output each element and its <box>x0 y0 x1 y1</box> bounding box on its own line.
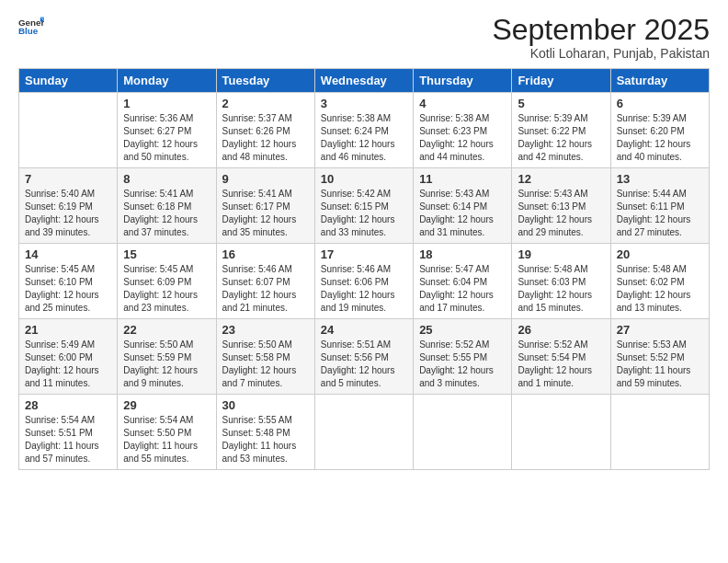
day-cell: 23Sunrise: 5:50 AM Sunset: 5:58 PM Dayli… <box>216 319 314 395</box>
day-number: 2 <box>222 97 309 110</box>
header-sunday: Sunday <box>19 69 118 93</box>
week-row-4: 21Sunrise: 5:49 AM Sunset: 6:00 PM Dayli… <box>19 319 710 395</box>
day-cell: 4Sunrise: 5:38 AM Sunset: 6:23 PM Daylig… <box>414 93 512 168</box>
day-cell: 25Sunrise: 5:52 AM Sunset: 5:55 PM Dayli… <box>414 319 512 395</box>
location-title: Kotli Loharan, Punjab, Pakistan <box>492 46 710 61</box>
day-cell: 2Sunrise: 5:37 AM Sunset: 6:26 PM Daylig… <box>216 93 314 168</box>
day-number: 27 <box>617 323 703 337</box>
day-info: Sunrise: 5:41 AM Sunset: 6:17 PM Dayligh… <box>222 188 309 239</box>
day-cell: 16Sunrise: 5:46 AM Sunset: 6:07 PM Dayli… <box>216 244 314 319</box>
week-row-2: 7Sunrise: 5:40 AM Sunset: 6:19 PM Daylig… <box>19 168 710 244</box>
day-number: 23 <box>222 323 309 337</box>
week-row-3: 14Sunrise: 5:45 AM Sunset: 6:10 PM Dayli… <box>19 244 710 319</box>
day-info: Sunrise: 5:38 AM Sunset: 6:23 PM Dayligh… <box>419 112 506 164</box>
day-number: 13 <box>617 172 703 186</box>
day-info: Sunrise: 5:52 AM Sunset: 5:54 PM Dayligh… <box>518 339 604 390</box>
day-info: Sunrise: 5:40 AM Sunset: 6:19 PM Dayligh… <box>25 188 111 239</box>
header-wednesday: Wednesday <box>314 69 413 93</box>
week-row-5: 28Sunrise: 5:54 AM Sunset: 5:51 PM Dayli… <box>19 395 710 470</box>
header-tuesday: Tuesday <box>216 69 314 93</box>
title-area: September 2025 Kotli Loharan, Punjab, Pa… <box>492 14 710 61</box>
day-info: Sunrise: 5:51 AM Sunset: 5:56 PM Dayligh… <box>321 339 407 390</box>
day-number: 8 <box>123 172 210 186</box>
day-cell: 17Sunrise: 5:46 AM Sunset: 6:06 PM Dayli… <box>314 244 413 319</box>
day-info: Sunrise: 5:44 AM Sunset: 6:11 PM Dayligh… <box>617 188 703 239</box>
day-info: Sunrise: 5:50 AM Sunset: 5:58 PM Dayligh… <box>222 339 309 390</box>
day-cell: 18Sunrise: 5:47 AM Sunset: 6:04 PM Dayli… <box>414 244 512 319</box>
day-cell: 19Sunrise: 5:48 AM Sunset: 6:03 PM Dayli… <box>512 244 610 319</box>
day-info: Sunrise: 5:55 AM Sunset: 5:48 PM Dayligh… <box>222 414 309 465</box>
day-cell: 27Sunrise: 5:53 AM Sunset: 5:52 PM Dayli… <box>610 319 709 395</box>
day-cell: 14Sunrise: 5:45 AM Sunset: 6:10 PM Dayli… <box>19 244 118 319</box>
day-info: Sunrise: 5:53 AM Sunset: 5:52 PM Dayligh… <box>617 339 703 390</box>
day-cell: 26Sunrise: 5:52 AM Sunset: 5:54 PM Dayli… <box>512 319 610 395</box>
day-cell: 10Sunrise: 5:42 AM Sunset: 6:15 PM Dayli… <box>314 168 413 244</box>
day-cell: 28Sunrise: 5:54 AM Sunset: 5:51 PM Dayli… <box>19 395 118 470</box>
svg-text:Blue: Blue <box>18 26 39 36</box>
day-info: Sunrise: 5:54 AM Sunset: 5:50 PM Dayligh… <box>123 414 210 465</box>
day-info: Sunrise: 5:45 AM Sunset: 6:09 PM Dayligh… <box>123 263 210 315</box>
header-monday: Monday <box>118 69 216 93</box>
calendar-table: Sunday Monday Tuesday Wednesday Thursday… <box>18 68 710 470</box>
day-info: Sunrise: 5:48 AM Sunset: 6:02 PM Dayligh… <box>617 263 703 315</box>
day-cell <box>314 395 413 470</box>
day-number: 17 <box>321 247 407 261</box>
day-number: 4 <box>419 97 506 110</box>
day-cell: 8Sunrise: 5:41 AM Sunset: 6:18 PM Daylig… <box>118 168 216 244</box>
day-number: 10 <box>321 172 407 186</box>
day-number: 1 <box>123 97 210 110</box>
logo: General Blue <box>18 14 44 40</box>
day-number: 18 <box>419 247 506 261</box>
day-cell: 24Sunrise: 5:51 AM Sunset: 5:56 PM Dayli… <box>314 319 413 395</box>
day-info: Sunrise: 5:39 AM Sunset: 6:22 PM Dayligh… <box>518 112 604 164</box>
day-cell: 1Sunrise: 5:36 AM Sunset: 6:27 PM Daylig… <box>118 93 216 168</box>
day-number: 26 <box>518 323 604 337</box>
day-cell: 7Sunrise: 5:40 AM Sunset: 6:19 PM Daylig… <box>19 168 118 244</box>
day-number: 7 <box>25 172 111 186</box>
day-number: 22 <box>123 323 210 337</box>
weekday-header-row: Sunday Monday Tuesday Wednesday Thursday… <box>19 69 710 93</box>
day-number: 25 <box>419 323 506 337</box>
logo-icon: General Blue <box>18 14 44 40</box>
day-info: Sunrise: 5:46 AM Sunset: 6:07 PM Dayligh… <box>222 263 309 315</box>
day-info: Sunrise: 5:43 AM Sunset: 6:13 PM Dayligh… <box>518 188 604 239</box>
day-info: Sunrise: 5:48 AM Sunset: 6:03 PM Dayligh… <box>518 263 604 315</box>
day-info: Sunrise: 5:41 AM Sunset: 6:18 PM Dayligh… <box>123 188 210 239</box>
day-info: Sunrise: 5:43 AM Sunset: 6:14 PM Dayligh… <box>419 188 506 239</box>
day-number: 28 <box>25 398 111 412</box>
page: General Blue September 2025 Kotli Lohara… <box>0 0 728 563</box>
day-info: Sunrise: 5:39 AM Sunset: 6:20 PM Dayligh… <box>617 112 703 164</box>
header-thursday: Thursday <box>414 69 512 93</box>
day-cell: 29Sunrise: 5:54 AM Sunset: 5:50 PM Dayli… <box>118 395 216 470</box>
day-number: 30 <box>222 398 309 412</box>
day-info: Sunrise: 5:38 AM Sunset: 6:24 PM Dayligh… <box>321 112 407 164</box>
day-cell: 11Sunrise: 5:43 AM Sunset: 6:14 PM Dayli… <box>414 168 512 244</box>
month-title: September 2025 <box>492 14 710 46</box>
day-number: 24 <box>321 323 407 337</box>
week-row-1: 1Sunrise: 5:36 AM Sunset: 6:27 PM Daylig… <box>19 93 710 168</box>
day-info: Sunrise: 5:42 AM Sunset: 6:15 PM Dayligh… <box>321 188 407 239</box>
day-cell: 3Sunrise: 5:38 AM Sunset: 6:24 PM Daylig… <box>314 93 413 168</box>
day-cell: 5Sunrise: 5:39 AM Sunset: 6:22 PM Daylig… <box>512 93 610 168</box>
day-info: Sunrise: 5:54 AM Sunset: 5:51 PM Dayligh… <box>25 414 111 465</box>
day-cell <box>512 395 610 470</box>
header: General Blue September 2025 Kotli Lohara… <box>18 14 710 61</box>
day-cell <box>610 395 709 470</box>
day-number: 20 <box>617 247 703 261</box>
day-cell: 21Sunrise: 5:49 AM Sunset: 6:00 PM Dayli… <box>19 319 118 395</box>
day-number: 6 <box>617 97 703 110</box>
day-number: 3 <box>321 97 407 110</box>
day-number: 21 <box>25 323 111 337</box>
day-number: 29 <box>123 398 210 412</box>
day-cell: 9Sunrise: 5:41 AM Sunset: 6:17 PM Daylig… <box>216 168 314 244</box>
day-number: 14 <box>25 247 111 261</box>
day-number: 5 <box>518 97 604 110</box>
day-number: 9 <box>222 172 309 186</box>
day-cell: 12Sunrise: 5:43 AM Sunset: 6:13 PM Dayli… <box>512 168 610 244</box>
day-number: 15 <box>123 247 210 261</box>
day-info: Sunrise: 5:36 AM Sunset: 6:27 PM Dayligh… <box>123 112 210 164</box>
day-cell: 15Sunrise: 5:45 AM Sunset: 6:09 PM Dayli… <box>118 244 216 319</box>
header-friday: Friday <box>512 69 610 93</box>
day-info: Sunrise: 5:37 AM Sunset: 6:26 PM Dayligh… <box>222 112 309 164</box>
header-saturday: Saturday <box>610 69 709 93</box>
